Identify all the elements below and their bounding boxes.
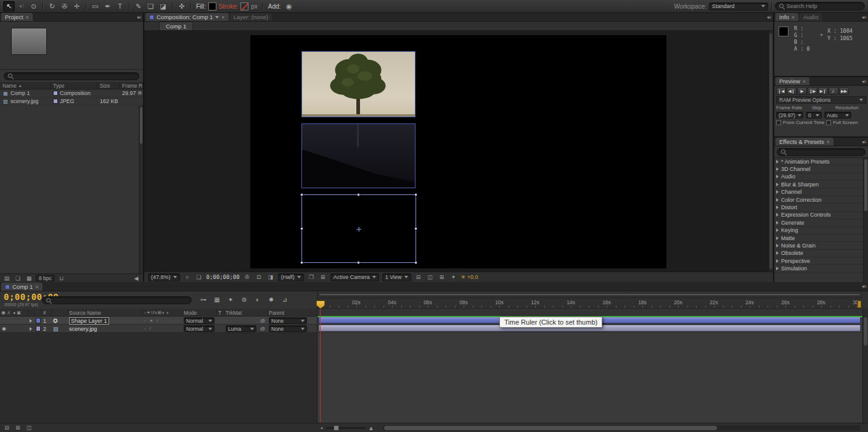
motion-blur-button[interactable]: ◐	[252, 295, 264, 304]
zoom-tool[interactable]: ⊙	[28, 1, 39, 12]
effects-category-channel[interactable]: Channel	[774, 189, 863, 196]
close-icon[interactable]: ×	[26, 14, 29, 20]
effects-category-3d-channel[interactable]: 3D Channel	[774, 165, 863, 173]
close-icon[interactable]: ×	[803, 78, 806, 85]
tab-preview[interactable]: Preview ×	[776, 77, 809, 85]
expand-toggle[interactable]	[28, 325, 35, 333]
scrollbar-thumb[interactable]	[769, 33, 772, 269]
new-composition-button[interactable]: ▦	[25, 275, 33, 282]
interpret-footage-button[interactable]: ▤	[2, 275, 11, 282]
parent-dropdown[interactable]: None	[269, 317, 307, 324]
zoom-slider-thumb[interactable]	[334, 425, 339, 431]
full-screen-checkbox[interactable]	[826, 120, 831, 125]
tab-timeline-comp1[interactable]: Comp 1 ×	[1, 283, 43, 291]
layer-switches[interactable]: ◦ ✦ /	[144, 318, 159, 323]
panel-menu-icon[interactable]: ▾≡	[862, 79, 866, 85]
region-of-interest-icon[interactable]: ❒	[307, 273, 316, 281]
puppet-pin-tool[interactable]: ✜	[176, 1, 187, 12]
fill-color-swatch[interactable]	[208, 2, 216, 10]
t-toggle[interactable]	[217, 325, 224, 333]
blend-mode-dropdown[interactable]: Normal	[184, 325, 215, 332]
effects-category-animation-presets[interactable]: * Animation Presets	[774, 158, 863, 165]
column-type[interactable]: Type	[51, 82, 97, 89]
layer-row-shape-layer-1[interactable]: 1 ✪ Shape Layer 1 ◦ ✦ / Normal @ None	[0, 317, 868, 325]
resolution-preview-dropdown[interactable]: Auto	[824, 112, 851, 118]
zoom-slider[interactable]	[326, 427, 366, 429]
effects-category-color-correction[interactable]: Color Correction	[774, 196, 863, 204]
blend-mode-dropdown[interactable]: Normal	[184, 317, 215, 324]
effects-scrollbar[interactable]	[863, 158, 868, 282]
next-frame-button[interactable]: ❙▶	[808, 87, 817, 95]
shape-tool[interactable]: ▭	[89, 1, 101, 12]
brainstorm-button[interactable]: ✹	[265, 295, 277, 304]
panel-menu-icon[interactable]: ▾≡	[862, 139, 866, 145]
work-area-bar[interactable]	[319, 293, 861, 296]
time-ruler[interactable]: 02s 04s 06s 08s 10s 12s 14s 16s 18s 20s …	[317, 297, 862, 309]
dark-mountain-layer[interactable]	[301, 123, 416, 188]
snapshot-icon[interactable]: ✇	[243, 273, 252, 281]
shape-layer-selection[interactable]: ✛	[301, 194, 416, 263]
camera-tool[interactable]: ✇	[59, 1, 70, 12]
layer-label-chip[interactable]	[36, 318, 41, 323]
project-search-box[interactable]	[4, 72, 139, 80]
timeline-search-box[interactable]	[42, 296, 192, 304]
panel-menu-icon[interactable]: ▾≡	[137, 15, 141, 20]
effects-category-obsolete[interactable]: Obsolete	[774, 250, 863, 257]
comp-current-time[interactable]: 0;00;00;00	[207, 274, 240, 280]
selection-handle-se[interactable]	[414, 261, 417, 264]
composition-viewport[interactable]: ✛	[144, 31, 773, 272]
frame-blending-button[interactable]: ⊛	[238, 295, 250, 304]
previous-frame-button[interactable]: ◀❙	[787, 87, 796, 95]
effects-category-blur-sharpen[interactable]: Blur & Sharpen	[774, 181, 863, 188]
hide-shy-layers-button[interactable]: ✦	[224, 295, 237, 304]
brush-tool[interactable]: ✎	[133, 1, 144, 12]
tree-image-layer[interactable]	[301, 51, 416, 117]
scrollbar-thumb[interactable]	[864, 159, 867, 211]
effects-category-simulation[interactable]: Simulation	[774, 265, 863, 272]
eye-icon[interactable]: ◉	[1, 326, 6, 331]
show-channels-icon[interactable]: ◨	[266, 273, 275, 281]
help-search-input[interactable]	[787, 3, 851, 9]
trkmat-dropdown[interactable]: Luma	[226, 325, 256, 332]
type-tool[interactable]: T	[114, 1, 126, 12]
effects-category-keying[interactable]: Keying	[774, 227, 863, 235]
close-icon[interactable]: ×	[35, 284, 38, 290]
tab-effects-presets[interactable]: Effects & Presets ×	[776, 138, 833, 146]
anchor-point-icon[interactable]: ✛	[356, 225, 361, 232]
layer-row-scenery[interactable]: ◉ 2 ▨ scenery.jpg ◦ / Normal Luma @ None	[0, 325, 868, 333]
show-snapshot-icon[interactable]: ⊡	[255, 273, 263, 281]
graph-editor-button[interactable]: ⊿	[279, 295, 291, 304]
expand-toggle[interactable]	[28, 317, 35, 325]
layer-label-chip[interactable]	[36, 326, 41, 331]
subtab-comp1[interactable]: Comp 1	[159, 22, 193, 30]
eraser-tool[interactable]: ◪	[157, 1, 169, 12]
effects-category-perspective[interactable]: Perspective	[774, 257, 863, 265]
last-frame-button[interactable]: ▶❙	[818, 87, 828, 95]
zoom-out-icon[interactable]: ▲	[320, 426, 324, 430]
layer-switches[interactable]: ◦ /	[144, 326, 152, 331]
layer-name[interactable]: Shape Layer 1	[69, 317, 109, 325]
frame-rate-dropdown[interactable]: (29.97)	[776, 112, 803, 118]
t-toggle[interactable]	[217, 317, 224, 325]
selection-handle-nw[interactable]	[300, 193, 303, 196]
magnification-dropdown[interactable]: (47.8%)	[148, 273, 180, 281]
tab-layer[interactable]: Layer: (none)	[230, 13, 272, 21]
layer-name[interactable]: scenery.jpg	[69, 326, 97, 332]
stroke-color-swatch[interactable]	[240, 2, 248, 10]
panel-menu-icon[interactable]: ▾≡	[862, 15, 866, 20]
column-name[interactable]: Name▲	[0, 82, 51, 89]
ram-preview-button[interactable]: ▶▶	[839, 87, 849, 95]
view-layout-dropdown[interactable]: 1 View	[382, 273, 411, 281]
toggle-in-out-columns-button[interactable]: ◫	[25, 424, 33, 431]
selection-handle-sw[interactable]	[300, 261, 303, 264]
toggle-expand-layers-button[interactable]: ⊟	[2, 424, 11, 431]
from-current-time-checkbox[interactable]	[776, 120, 781, 125]
trash-icon[interactable]: ⊔	[57, 275, 66, 282]
timeline-horizontal-scrollbar[interactable]	[383, 425, 861, 431]
workspace-dropdown[interactable]: Standard	[709, 2, 768, 10]
viewport-scrollbar[interactable]	[768, 31, 773, 272]
rotation-tool[interactable]: ↻	[46, 1, 58, 12]
label-color-chip[interactable]	[53, 99, 58, 104]
toggle-transfer-controls-button[interactable]: ⊞	[14, 424, 22, 431]
comp-mini-flowchart-button[interactable]: ⊶	[197, 295, 210, 304]
